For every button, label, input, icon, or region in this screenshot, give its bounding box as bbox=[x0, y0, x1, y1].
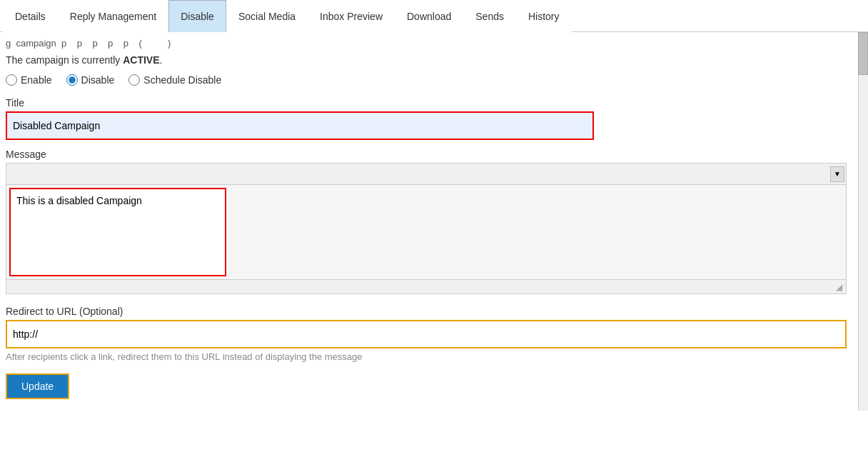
update-button[interactable]: Update bbox=[6, 373, 69, 399]
radio-enable[interactable] bbox=[6, 74, 17, 86]
tab-bar: Details Reply Management Disable Social … bbox=[0, 0, 868, 32]
tab-social-media[interactable]: Social Media bbox=[226, 0, 308, 32]
tab-sends[interactable]: Sends bbox=[463, 0, 516, 32]
main-scroll-area: g campaign p p p p p ( ) The campaign is… bbox=[0, 32, 868, 411]
title-label: Title bbox=[6, 97, 847, 109]
message-footer: ◢ bbox=[6, 280, 847, 294]
message-area-wrapper: This is a disabled Campaign bbox=[6, 184, 847, 280]
tab-inbox-preview[interactable]: Inbox Preview bbox=[308, 0, 395, 32]
main-content: g campaign p p p p p ( ) The campaign is… bbox=[0, 32, 858, 411]
radio-enable-label[interactable]: Enable bbox=[6, 74, 52, 86]
status-active: ACTIVE bbox=[123, 54, 159, 66]
radio-schedule-disable[interactable] bbox=[128, 74, 140, 86]
redirect-url-label: Redirect to URL (Optional) bbox=[6, 306, 847, 317]
tab-history[interactable]: History bbox=[516, 0, 572, 32]
title-input-wrapper bbox=[6, 111, 594, 140]
url-input[interactable] bbox=[7, 321, 592, 347]
status-prefix: The campaign is currently bbox=[6, 54, 123, 66]
message-label: Message bbox=[6, 149, 847, 160]
radio-schedule-text: Schedule Disable bbox=[143, 74, 221, 86]
tab-details[interactable]: Details bbox=[3, 0, 58, 32]
message-textarea-border: This is a disabled Campaign bbox=[9, 188, 226, 276]
radio-disable-label[interactable]: Disable bbox=[66, 74, 115, 86]
radio-disable[interactable] bbox=[66, 74, 78, 86]
url-input-wrapper bbox=[6, 320, 847, 348]
status-suffix: . bbox=[160, 54, 163, 66]
scrollbar-track[interactable] bbox=[858, 32, 868, 411]
scrollbar-thumb[interactable] bbox=[858, 32, 868, 75]
radio-enable-text: Enable bbox=[21, 74, 52, 86]
campaign-status-line: The campaign is currently ACTIVE. bbox=[6, 54, 847, 66]
toolbar-dropdown-button[interactable]: ▼ bbox=[830, 166, 844, 182]
cropped-top-text: g campaign p p p p p ( ) bbox=[6, 38, 847, 49]
radio-disable-text: Disable bbox=[81, 74, 115, 86]
message-textarea[interactable]: This is a disabled Campaign bbox=[11, 189, 225, 275]
tab-disable[interactable]: Disable bbox=[168, 0, 226, 32]
resize-handle-icon: ◢ bbox=[836, 283, 844, 291]
radio-schedule-label[interactable]: Schedule Disable bbox=[128, 74, 221, 86]
redirect-hint-text: After recipients click a link, redirect … bbox=[6, 351, 847, 362]
title-input[interactable] bbox=[7, 113, 592, 139]
tab-download[interactable]: Download bbox=[395, 0, 463, 32]
message-toolbar: ▼ bbox=[6, 163, 847, 184]
action-radio-group: Enable Disable Schedule Disable bbox=[6, 74, 847, 86]
tab-reply-management[interactable]: Reply Management bbox=[58, 0, 168, 32]
